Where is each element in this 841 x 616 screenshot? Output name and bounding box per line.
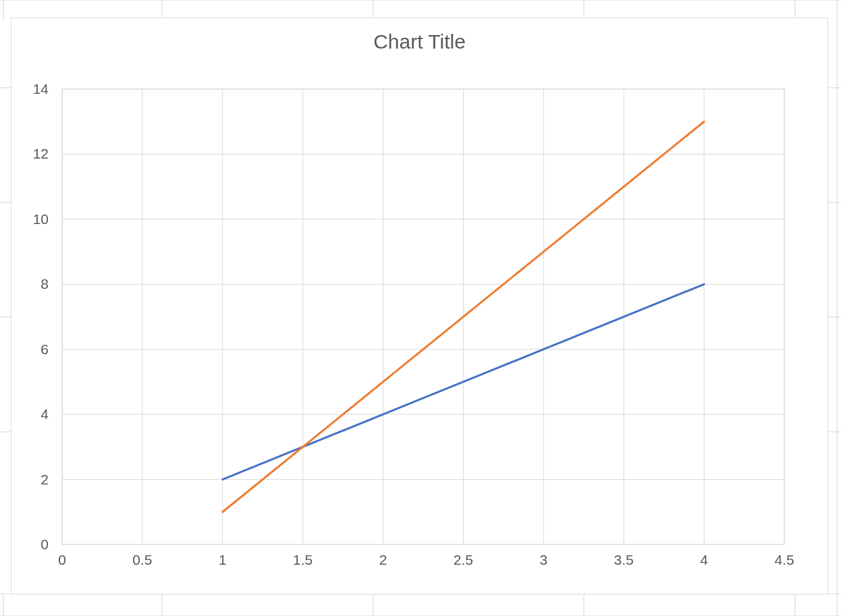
y-axis-tick: 14 xyxy=(33,81,49,96)
x-axis-tick: 0.5 xyxy=(132,552,152,567)
x-axis-tick: 2.5 xyxy=(454,552,473,567)
x-axis-tick: 4.5 xyxy=(774,552,794,567)
y-axis-tick: 6 xyxy=(40,341,49,357)
y-axis-tick: 0 xyxy=(40,536,49,552)
x-axis-tick: 4 xyxy=(700,552,708,567)
x-axis-tick: 1.5 xyxy=(293,552,313,567)
x-axis-tick: 3.5 xyxy=(614,552,634,567)
plot-area-svg: 0246810121400.511.522.533.544.5 xyxy=(11,18,828,594)
x-axis-tick: 0 xyxy=(58,552,66,567)
y-axis-tick: 4 xyxy=(40,406,49,422)
y-axis-tick: 8 xyxy=(40,276,49,291)
x-axis-tick: 2 xyxy=(379,552,387,567)
plot-area xyxy=(62,89,784,544)
y-axis-tick: 2 xyxy=(40,472,49,487)
x-axis-tick: 3 xyxy=(539,552,547,567)
x-axis-tick: 1 xyxy=(219,552,227,567)
y-axis-tick: 12 xyxy=(33,146,49,161)
chart-object[interactable]: Chart Title 0246810121400.511.522.533.54… xyxy=(11,18,828,594)
spreadsheet-sheet: Chart Title 0246810121400.511.522.533.54… xyxy=(0,0,841,616)
y-axis-tick: 10 xyxy=(33,211,49,227)
